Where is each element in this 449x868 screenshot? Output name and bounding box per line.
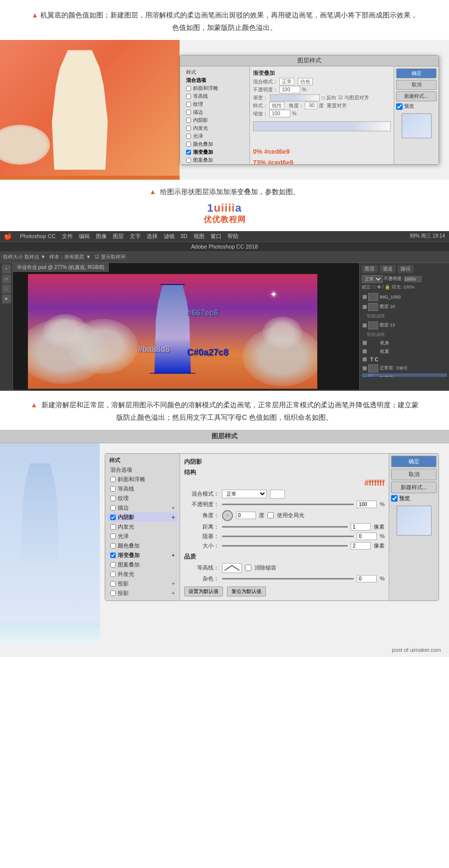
dialog2-drop2-check[interactable]: [110, 590, 116, 596]
dialog2-outer-glow-check[interactable]: [110, 572, 116, 577]
layer-item-filter1[interactable]: 智能滤镜: [362, 312, 447, 320]
dialog2-color-ovl-check[interactable]: [110, 543, 116, 549]
dialog2-satin[interactable]: 光泽: [107, 532, 178, 541]
contour-check[interactable]: [186, 94, 191, 99]
menu-file[interactable]: 文件: [62, 233, 73, 240]
dialog2-pattern-check[interactable]: [110, 562, 116, 568]
color-overlay-check[interactable]: [186, 142, 191, 147]
layer-item-10[interactable]: 图层 10: [362, 302, 447, 312]
layer-item-filter2[interactable]: 智能滤镜: [362, 330, 447, 339]
layer-list[interactable]: IMG_1050 图层 10 智能滤镜 图层 13 智能滤镜: [362, 292, 447, 377]
size-slider[interactable]: [222, 545, 348, 547]
menu-window[interactable]: 窗口: [211, 233, 222, 240]
dialog2-bevel[interactable]: 斜面和浮雕: [107, 475, 178, 484]
layer-blend-mode[interactable]: 正常: [362, 275, 383, 283]
apple-menu[interactable]: 🍎: [4, 233, 12, 240]
lasso-tool[interactable]: ◌: [2, 285, 11, 293]
dialog-left-inner-glow[interactable]: 内发光: [182, 124, 247, 132]
dialog-left-satin[interactable]: 光泽: [182, 132, 247, 140]
layer-item-normal[interactable]: 正常层 溶解层: [362, 363, 447, 373]
dialog2-grad-ovl-check[interactable]: [110, 553, 116, 558]
dialog2-contour[interactable]: 等高线: [107, 484, 178, 494]
dialog2-choke-input[interactable]: [357, 533, 377, 540]
dialog2-pattern[interactable]: 图案叠加: [107, 560, 178, 570]
dialog2-drop-shadow2[interactable]: 投影 +: [107, 588, 178, 598]
dialog2-texture-check[interactable]: [110, 496, 116, 501]
menu-filter[interactable]: 滤镜: [164, 233, 175, 240]
dialog2-texture[interactable]: 纹理: [107, 494, 178, 503]
layer-item-img1050[interactable]: IMG_1050: [362, 292, 447, 302]
move-tool[interactable]: +: [2, 265, 11, 274]
visibility-icon-wingbase[interactable]: [363, 376, 367, 377]
align-check[interactable]: ☑ 与图层对齐: [338, 94, 369, 101]
dialog2-inner-glow[interactable]: 内发光: [107, 522, 178, 532]
dialog2-color-ovl[interactable]: 颜色叠加: [107, 541, 178, 551]
dialog2-cancel-btn[interactable]: 取消: [391, 469, 437, 480]
dialog2-stroke[interactable]: 描边 +: [107, 503, 178, 513]
satin-check[interactable]: [186, 134, 191, 139]
dialog-left-inner-shadow[interactable]: 内阴影: [182, 116, 247, 124]
tab-channels[interactable]: 通道: [380, 265, 396, 273]
dialog2-satin-check[interactable]: [110, 534, 116, 539]
dialog-left-color-overlay[interactable]: 颜色叠加: [182, 140, 247, 148]
dialog2-ok-btn[interactable]: 确定: [391, 456, 437, 467]
visibility-icon-2[interactable]: [363, 305, 367, 309]
dialog2-opacity-input[interactable]: [357, 501, 377, 508]
menu-text[interactable]: 文字: [130, 233, 141, 240]
stroke-check[interactable]: [186, 110, 191, 115]
choke-slider[interactable]: [222, 536, 354, 537]
dialog-left-pattern[interactable]: 图案叠加: [182, 156, 247, 164]
dialog2-noise-input[interactable]: [357, 575, 377, 582]
dialog2-contour-check[interactable]: [110, 486, 116, 492]
angle-input[interactable]: -90: [305, 102, 317, 109]
selection-tool[interactable]: ▭: [2, 275, 11, 284]
tab-layers[interactable]: 图层: [362, 265, 378, 273]
ps-file-tab[interactable]: 毕业作业.psd @ 277% (机翼底, RGB/8): [13, 263, 109, 272]
preview-check-1[interactable]: [396, 103, 403, 110]
dialog2-set-default[interactable]: 设置为默认值: [184, 586, 223, 596]
dialog2-blend-option[interactable]: 混合选项: [107, 465, 178, 475]
dialog-left-style[interactable]: 样式: [182, 68, 247, 76]
dialog2-inner-shadow-check[interactable]: [110, 515, 116, 520]
dialog2-restore-default[interactable]: 复位为默认值: [227, 586, 266, 596]
dialog2-angle-input[interactable]: [236, 512, 256, 519]
pattern-check[interactable]: [186, 158, 191, 163]
dialog2-new-style-btn[interactable]: 新建样式...: [391, 482, 437, 493]
menu-layer[interactable]: 图层: [113, 233, 124, 240]
dialog2-grad-ovl[interactable]: 渐变叠加 +: [107, 551, 178, 560]
inner-glow-check[interactable]: [186, 126, 191, 131]
inner-shadow-check[interactable]: [186, 118, 191, 123]
dialog-left-gradient-overlay[interactable]: 渐变叠加: [182, 148, 247, 156]
opacity-slider[interactable]: [222, 504, 354, 505]
dither-check[interactable]: 仿色: [298, 78, 313, 85]
visibility-icon-normal[interactable]: [363, 366, 367, 370]
dialog2-stroke-check[interactable]: [110, 505, 116, 511]
menu-select[interactable]: 选择: [147, 233, 158, 240]
layer-opacity-input[interactable]: [404, 276, 422, 282]
visibility-icon-3[interactable]: [363, 323, 367, 327]
dialog2-size-input[interactable]: [351, 542, 371, 550]
distance-slider[interactable]: [222, 526, 348, 528]
menu-3d[interactable]: 3D: [181, 233, 188, 239]
gradient-swatch[interactable]: [270, 94, 320, 101]
menu-image[interactable]: 图像: [96, 233, 107, 240]
menu-view[interactable]: 视图: [194, 233, 205, 240]
layer-item-body[interactable]: 机身: [362, 339, 447, 347]
scale-input[interactable]: 100: [269, 110, 291, 117]
layer-item-layer13[interactable]: 图层 13: [362, 320, 447, 330]
dialog-left-bevel[interactable]: 斜面和浮雕: [182, 84, 247, 92]
ok-button-1[interactable]: 确定: [396, 68, 437, 78]
dialog2-bevel-check[interactable]: [110, 477, 116, 482]
blend-mode-select[interactable]: 正常: [279, 78, 294, 85]
angle-dial[interactable]: ○: [222, 510, 233, 521]
texture-check[interactable]: [186, 102, 191, 107]
dialog2-inner-shadow[interactable]: 内阴影 +: [107, 513, 178, 522]
global-light-check[interactable]: [267, 512, 274, 519]
tab-paths[interactable]: 路径: [398, 265, 414, 273]
anti-alias-check[interactable]: [245, 565, 251, 571]
cancel-button-1[interactable]: 取消: [396, 80, 437, 90]
contour-preview[interactable]: [222, 563, 242, 573]
new-style-button-1[interactable]: 新建样式...: [396, 91, 437, 101]
menu-help[interactable]: 帮助: [227, 233, 238, 240]
dialog-left-contour[interactable]: 等高线: [182, 92, 247, 100]
